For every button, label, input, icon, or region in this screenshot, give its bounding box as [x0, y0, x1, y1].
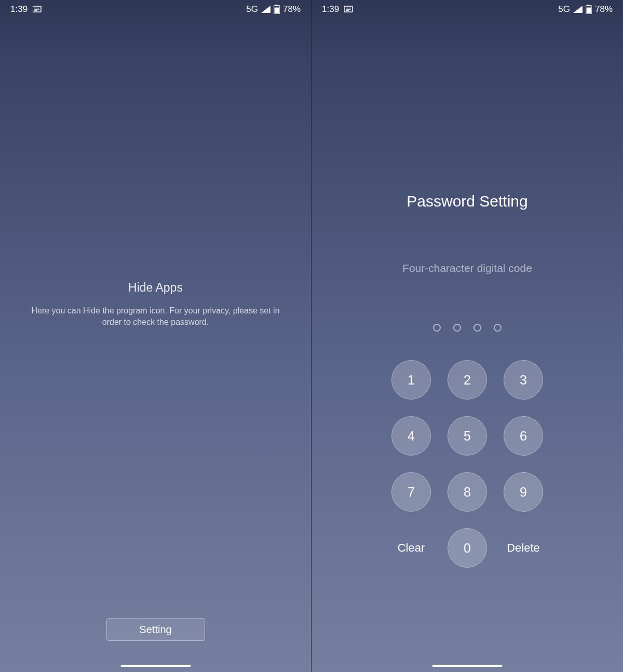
key-4[interactable]: 4 — [391, 416, 431, 456]
key-3[interactable]: 3 — [504, 360, 543, 400]
pin-indicator — [433, 324, 502, 332]
signal-icon — [261, 6, 270, 13]
key-6[interactable]: 6 — [504, 416, 543, 456]
signal-icon — [573, 6, 583, 13]
network-label: 5G — [558, 4, 570, 15]
key-clear[interactable]: Clear — [391, 528, 431, 568]
status-bar: 1:39 5G 78% — [312, 0, 623, 19]
status-bar-right: 5G 78% — [246, 4, 301, 15]
pin-dot-3 — [473, 324, 481, 332]
key-7[interactable]: 7 — [391, 472, 431, 512]
password-setting-screen: 1:39 5G 78% Password Setting Four-charac… — [312, 0, 623, 672]
key-0[interactable]: 0 — [448, 528, 487, 568]
key-delete[interactable]: Delete — [504, 528, 543, 568]
hide-apps-description: Here you can Hide the program icon. For … — [21, 305, 290, 328]
pin-dot-1 — [433, 324, 441, 332]
battery-percent: 78% — [283, 4, 301, 15]
hide-apps-title: Hide Apps — [128, 281, 183, 295]
key-2[interactable]: 2 — [448, 360, 487, 400]
hide-apps-screen: 1:39 5G 78% Hide Apps Here you can Hide … — [0, 0, 312, 672]
network-label: 5G — [246, 4, 258, 15]
key-9[interactable]: 9 — [504, 472, 543, 512]
status-bar-left: 1:39 — [322, 4, 354, 15]
status-time: 1:39 — [322, 4, 339, 15]
setting-button-label: Setting — [139, 624, 171, 636]
home-indicator[interactable] — [432, 665, 503, 667]
battery-icon — [586, 5, 592, 14]
battery-icon — [274, 5, 280, 14]
sms-icon — [344, 6, 354, 13]
battery-percent: 78% — [595, 4, 613, 15]
hide-apps-content: Hide Apps Here you can Hide the program … — [0, 19, 311, 672]
keypad: 1 2 3 4 5 6 7 8 9 Clear 0 Delete — [391, 360, 543, 568]
key-8[interactable]: 8 — [448, 472, 487, 512]
password-setting-subtitle: Four-character digital code — [402, 262, 532, 275]
pin-dot-2 — [453, 324, 461, 332]
svg-rect-13 — [586, 8, 591, 13]
password-setting-title: Password Setting — [407, 193, 527, 210]
home-indicator[interactable] — [120, 665, 191, 667]
key-1[interactable]: 1 — [391, 360, 431, 400]
status-time: 1:39 — [10, 4, 28, 15]
key-5[interactable]: 5 — [448, 416, 487, 456]
password-setting-content: Password Setting Four-character digital … — [312, 19, 623, 672]
sms-icon — [33, 6, 42, 13]
svg-rect-6 — [274, 8, 279, 13]
setting-button[interactable]: Setting — [106, 618, 205, 641]
pin-dot-4 — [494, 324, 502, 332]
status-bar-left: 1:39 — [10, 4, 42, 15]
status-bar: 1:39 5G 78% — [0, 0, 311, 19]
status-bar-right: 5G 78% — [558, 4, 613, 15]
